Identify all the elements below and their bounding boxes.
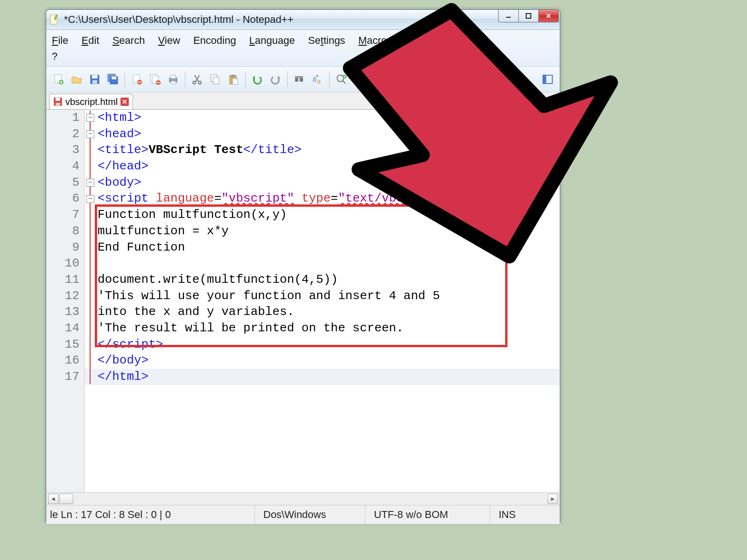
window-title: *C:\Users\User\Desktop\vbscript.html - N… (64, 14, 557, 26)
line-gutter: 1234567891011121314151617 (46, 110, 85, 492)
svg-rect-29 (233, 78, 238, 84)
unsaved-icon (53, 97, 63, 106)
toolbar: ba (46, 67, 560, 92)
toggle-panel-button[interactable] (539, 71, 556, 88)
status-bar: le Ln : 17 Col : 8 Sel : 0 | 0 Dos\Windo… (46, 505, 560, 524)
svg-text:b: b (313, 76, 317, 83)
fold-toggle[interactable]: − (86, 179, 94, 187)
svg-rect-30 (295, 77, 298, 82)
app-window: *C:\Users\User\Desktop\vbscript.html - N… (46, 9, 560, 523)
new-file-button[interactable] (50, 71, 67, 88)
code-line[interactable]: 'This will use your function and insert … (98, 288, 560, 304)
code-area[interactable]: <html><head><title>VBScript Test</title>… (98, 110, 560, 492)
menu-view[interactable]: View (158, 33, 180, 49)
horizontal-scrollbar[interactable]: ◄ ► (46, 492, 560, 505)
save-button[interactable] (86, 71, 103, 88)
code-line[interactable]: into the x and y variables. (98, 304, 560, 320)
tab-close-button[interactable]: ✕ (120, 98, 129, 106)
code-line[interactable] (98, 255, 560, 272)
menu-macro[interactable]: Macro (359, 33, 387, 49)
svg-point-35 (337, 75, 344, 82)
svg-rect-4 (526, 14, 531, 18)
menu-file[interactable]: File (52, 33, 68, 49)
undo-button[interactable] (249, 71, 266, 88)
code-line[interactable]: <head> (98, 126, 560, 142)
svg-rect-41 (56, 103, 60, 105)
code-editor[interactable]: 1234567891011121314151617 −−−− <html><he… (46, 110, 560, 492)
svg-rect-26 (213, 77, 219, 84)
maximize-button[interactable] (518, 10, 539, 22)
scroll-right-button[interactable]: ► (548, 494, 558, 504)
menu-plugins[interactable]: Plugins (419, 33, 452, 49)
fold-toggle[interactable]: − (86, 130, 94, 138)
svg-point-24 (198, 81, 201, 84)
status-encoding: UTF-8 w/o BOM (366, 505, 490, 524)
svg-rect-38 (543, 75, 546, 84)
code-line[interactable]: Function multfunction(x,y) (98, 207, 560, 223)
app-icon (49, 14, 60, 25)
svg-rect-22 (171, 81, 176, 84)
menu-bar: File Edit Search View Encoding Language … (46, 30, 560, 67)
close-all-button[interactable] (147, 71, 163, 88)
svg-rect-3 (506, 17, 511, 18)
code-line[interactable]: multfunction = x*y (98, 223, 560, 239)
svg-rect-9 (92, 80, 97, 84)
copy-button[interactable] (207, 71, 224, 88)
menu-settings[interactable]: Settings (308, 33, 345, 49)
status-mode: INS (490, 505, 524, 524)
status-eol: Dos\Windows (255, 505, 366, 524)
tab-label: vbscript.html (65, 97, 118, 107)
svg-rect-32 (295, 76, 303, 78)
code-line[interactable]: 'The result will be printed on the scree… (98, 320, 560, 336)
tab-vbscript[interactable]: vbscript.html ✕ (49, 94, 133, 109)
paste-button[interactable] (225, 71, 242, 88)
find-button[interactable] (291, 71, 308, 88)
svg-text:a: a (317, 77, 321, 85)
code-line[interactable]: </html> (98, 369, 560, 385)
svg-rect-19 (157, 82, 160, 83)
title-bar[interactable]: *C:\Users\User\Desktop\vbscript.html - N… (46, 10, 560, 30)
svg-point-23 (193, 81, 196, 84)
code-line[interactable]: </body> (98, 352, 560, 369)
code-line[interactable]: <html> (98, 110, 560, 126)
code-line[interactable]: End Function (98, 239, 560, 256)
svg-rect-8 (92, 75, 98, 78)
code-line[interactable]: </head> (98, 158, 560, 175)
menu-language[interactable]: Language (249, 33, 295, 49)
code-line[interactable]: <body> (98, 175, 560, 191)
code-line[interactable]: </script​> (98, 336, 560, 353)
code-line[interactable]: <script language="vbscript" type="text/v… (98, 190, 560, 207)
close-button[interactable] (538, 10, 559, 22)
menu-help[interactable]: ? (52, 49, 57, 64)
open-file-button[interactable] (68, 71, 85, 88)
code-line[interactable]: document.write(multfunction(4,5)) (98, 272, 560, 288)
close-file-button[interactable] (128, 71, 145, 88)
status-position: le Ln : 17 Col : 8 Sel : 0 | 0 (49, 505, 255, 524)
print-button[interactable] (165, 71, 182, 88)
cut-button[interactable] (189, 71, 205, 88)
redo-button[interactable] (267, 71, 284, 88)
svg-rect-15 (138, 82, 141, 83)
code-line[interactable]: <title>VBScript Test</title> (98, 142, 560, 158)
minimize-button[interactable] (498, 10, 519, 22)
save-all-button[interactable] (105, 71, 121, 88)
menu-search[interactable]: Search (113, 33, 145, 49)
svg-rect-31 (300, 77, 303, 82)
zoom-in-button[interactable] (333, 71, 350, 88)
fold-toggle[interactable]: − (86, 195, 94, 203)
svg-rect-12 (112, 77, 116, 79)
svg-rect-40 (56, 98, 60, 101)
replace-button[interactable]: ba (309, 71, 326, 88)
fold-toggle[interactable]: − (86, 114, 94, 122)
svg-rect-28 (231, 75, 235, 77)
menu-edit[interactable]: Edit (82, 33, 99, 49)
svg-rect-21 (171, 75, 176, 78)
scroll-left-button[interactable]: ◄ (48, 494, 58, 504)
menu-encoding[interactable]: Encoding (193, 33, 236, 49)
fold-column: −−−− (85, 110, 96, 492)
tab-bar: vbscript.html ✕ (46, 92, 560, 110)
scroll-thumb[interactable] (59, 494, 73, 504)
